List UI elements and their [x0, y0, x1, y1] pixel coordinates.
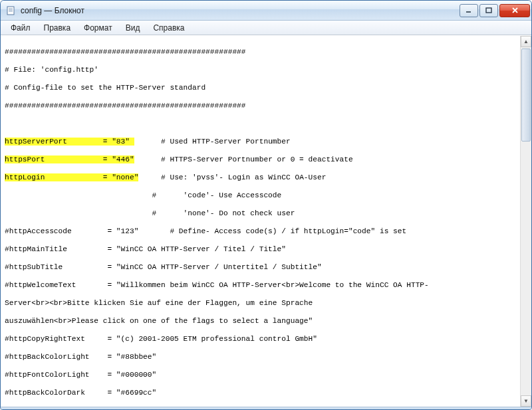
notepad-icon	[6, 5, 17, 16]
text-line: #httpFontColorDark = "#ffffff"	[5, 407, 519, 407]
scroll-up-button[interactable]: ▲	[521, 36, 531, 47]
hl-eq: =	[103, 138, 112, 146]
text-line: #httpCopyRightText = "(c) 2001-2005 ETM …	[5, 335, 519, 344]
text-line: #httpFontColorLight = "#000000"	[5, 371, 519, 380]
text-line: #httpBackColorLight = "#88bbee"	[5, 353, 519, 362]
hl-key: httpLogin	[5, 173, 103, 181]
menu-edit[interactable]: Правка	[38, 22, 77, 34]
text-line: # 'code'- Use Accesscode	[5, 191, 519, 201]
menubar: Файл Правка Формат Вид Справка	[1, 21, 531, 35]
text-line: #httpBackColorDark = "#6699cc"	[5, 389, 519, 398]
hl-eq: =	[103, 155, 112, 163]
scroll-down-button[interactable]: ▼	[521, 395, 531, 407]
menu-format[interactable]: Формат	[78, 22, 118, 34]
hl-val: "446"	[112, 155, 134, 163]
maximize-button[interactable]	[479, 4, 498, 17]
text-line: # File: 'config.http'	[5, 66, 519, 75]
text-line: # Config-file to set the HTTP-Server sta…	[5, 84, 519, 93]
text-line: ########################################…	[5, 48, 519, 57]
text-line	[5, 120, 519, 129]
text-line: ########################################…	[5, 102, 519, 111]
hl-key: httpsPort	[5, 155, 103, 163]
svg-rect-5	[486, 8, 491, 13]
scroll-thumb[interactable]	[521, 49, 531, 142]
text-line: Server<br><br>Bitte klicken Sie auf eine…	[5, 299, 519, 308]
hl-cmt: # Use: 'pvss'- Login as WinCC OA-User	[138, 173, 326, 181]
hl-key: httpServerPort	[5, 138, 103, 146]
text-line: #httpMainTitle = "WinCC OA HTTP-Server /…	[5, 245, 519, 255]
window-title: config — Блокнот	[21, 6, 460, 15]
content-area: ########################################…	[1, 35, 531, 407]
minimize-button[interactable]	[460, 4, 478, 17]
window-bottom-frame	[1, 407, 531, 409]
menu-help[interactable]: Справка	[147, 22, 190, 34]
text-line: #httpAccesscode = "123" # Define- Access…	[5, 227, 519, 237]
titlebar[interactable]: config — Блокнот	[1, 1, 531, 21]
hl-val: "83"	[112, 138, 134, 146]
text-line: # 'none'- Do not check user	[5, 209, 519, 219]
text-line: httpsPort = "446" # HTTPS-Server Portnum…	[5, 155, 519, 165]
menu-view[interactable]: Вид	[120, 22, 146, 34]
hl-eq: =	[103, 173, 112, 181]
hl-val: "none"	[112, 173, 138, 181]
text-line: httpServerPort = "83" # Used HTTP-Server…	[5, 138, 519, 147]
text-line: httpLogin = "none" # Use: 'pvss'- Login …	[5, 173, 519, 183]
notepad-window: config — Блокнот Файл Правка Формат Вид …	[0, 0, 532, 410]
text-line: auszuwählen<br>Please click on one of th…	[5, 317, 519, 326]
text-editor[interactable]: ########################################…	[1, 36, 520, 407]
svg-rect-0	[7, 7, 14, 15]
hl-cmt: # HTTPS-Server Portnumber or 0 = deactiv…	[134, 155, 353, 163]
window-controls	[460, 4, 530, 17]
scroll-track[interactable]	[521, 47, 531, 395]
vertical-scrollbar[interactable]: ▲ ▼	[520, 36, 531, 407]
close-button[interactable]	[499, 4, 530, 17]
menu-file[interactable]: Файл	[5, 22, 37, 34]
text-line: #httpSubTitle = "WinCC OA HTTP-Server / …	[5, 263, 519, 272]
hl-cmt: # Used HTTP-Server Portnumber	[134, 138, 291, 146]
text-line: #httpWelcomeText = "Willkommen beim WinC…	[5, 281, 519, 290]
